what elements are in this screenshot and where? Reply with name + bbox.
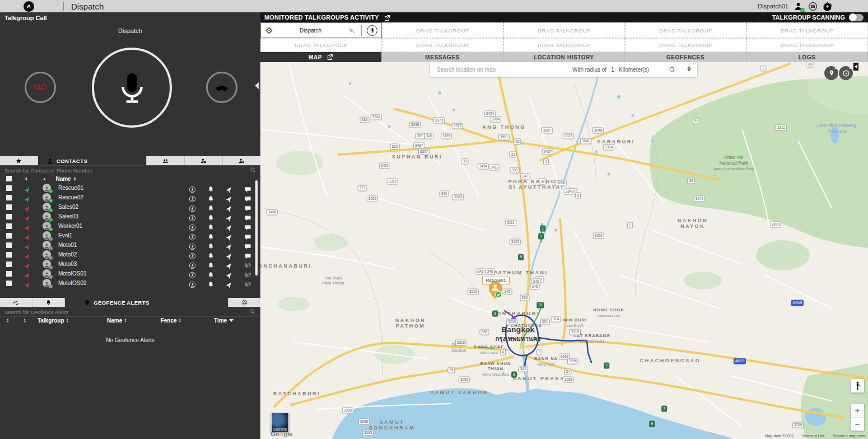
tab-location-history[interactable]: LOCATION HISTORY [503,52,625,62]
contacts-search-input[interactable] [0,167,250,174]
name-column-header[interactable]: Name [55,176,71,182]
ambient-listen-button[interactable] [189,213,196,220]
ambient-listen-button[interactable] [189,260,196,268]
locate-button[interactable] [226,232,233,239]
contact-checkbox[interactable] [6,271,12,277]
contact-checkbox[interactable] [6,223,12,229]
alert-bell-button[interactable] [207,241,214,249]
tab-contacts[interactable]: CONTACTS [38,156,147,165]
talkgroup-drop-slot[interactable]: DRAG TALKGROUP [503,22,625,38]
location-tracking-off-button[interactable]: ✕ [824,66,838,80]
contact-checkbox[interactable] [6,252,12,258]
contact-row[interactable]: Moto02 [0,250,260,259]
tab-logs[interactable]: LOGS [746,52,868,62]
contact-row[interactable]: Evol1 [0,231,260,240]
presence-status-button[interactable]: ✓ [794,2,803,11]
settings-gear-icon[interactable] [823,2,832,11]
tab-alerts[interactable] [32,298,65,307]
geofence-search-input[interactable] [0,309,250,316]
contact-row[interactable]: Moto03 [0,259,260,269]
contact-checkbox[interactable] [6,214,12,220]
sort-status-asc-icon[interactable]: ▲ [43,177,46,180]
radius-value-input[interactable] [606,66,619,73]
geofence-col-talkgroup[interactable]: Talkgroup [38,317,64,324]
zoom-out-button[interactable]: − [851,418,864,431]
contact-checkbox[interactable] [6,185,12,191]
talkgroup-drop-slot[interactable]: DRAG TALKGROUP [260,38,382,52]
contact-checkbox[interactable] [6,281,12,286]
talkgroup-scanning-toggle[interactable] [849,14,864,21]
contact-checkbox[interactable] [6,204,12,210]
contact-row[interactable]: ✓Rescue02 [0,193,260,202]
alert-bell-button[interactable] [207,203,214,211]
locate-button[interactable] [226,251,233,258]
locate-button[interactable] [226,203,233,211]
tab-talkgroups[interactable] [147,156,185,165]
satellite-layer-button[interactable]: Satellite [271,413,289,432]
tab-geofence-alerts[interactable]: GEOFENCE ALERTS [65,298,228,307]
tab-messages[interactable]: MESSAGES [382,52,503,62]
contact-row[interactable]: ✓Worker01 [0,221,260,231]
message-button[interactable] [244,251,251,258]
collapse-map-controls-arrow[interactable] [853,63,858,71]
contact-checkbox[interactable] [6,242,12,248]
talkgroup-drop-slot[interactable]: DRAG TALKGROUP [382,38,503,52]
locate-button[interactable] [226,241,233,249]
message-button[interactable] [244,232,251,239]
rescue01-map-marker[interactable] [489,282,502,298]
sort-col2[interactable]: ▲▼ [23,318,26,323]
contact-row[interactable]: ✓Sales03 [0,212,260,221]
alert-bell-button[interactable] [207,232,214,239]
alert-bell-button[interactable] [207,251,214,258]
ambient-listen-button[interactable] [189,279,196,287]
ambient-listen-button[interactable] [189,194,196,201]
select-all-checkbox[interactable] [6,176,12,181]
contact-row[interactable]: MotoIOS01 [0,269,260,278]
locate-button[interactable] [226,194,233,201]
monitored-talkgroup-dispatch[interactable]: Dispatch [260,22,382,38]
alert-bell-button[interactable] [207,184,214,192]
tab-user-monitoring[interactable] [223,156,260,165]
locate-button[interactable] [226,222,233,230]
message-button[interactable] [244,241,251,249]
geofence-col-fence[interactable]: Fence [161,317,177,324]
alert-bell-button[interactable] [207,260,214,268]
ambient-listen-button[interactable] [189,270,196,277]
zoom-in-button[interactable]: + [851,404,864,418]
tab-map[interactable]: MAP [260,52,382,62]
geofence-col-name[interactable]: Name [107,317,122,324]
tab-emergency-alerts[interactable] [228,298,260,307]
message-button[interactable] [244,194,251,201]
talkgroup-drop-slot[interactable]: DRAG TALKGROUP [746,38,868,52]
alert-bell-button[interactable] [207,279,214,287]
sort-name[interactable]: ▲▼ [73,176,76,181]
message-button[interactable] [244,203,251,211]
tab-geofences[interactable]: GEOFENCES [625,52,746,62]
locate-button[interactable] [226,270,233,277]
sort-presence[interactable]: ▲▼ [25,176,27,181]
geofence-display-off-button[interactable]: ✕ [839,66,853,80]
report-error-link[interactable]: Report a map error [833,434,866,438]
map-location-search-input[interactable] [430,66,572,73]
ambient-listen-button[interactable] [189,222,196,230]
tab-route-history[interactable] [0,298,32,307]
alert-bell-button[interactable] [207,213,214,220]
message-button[interactable] [244,213,251,220]
radius-unit-select[interactable]: Kilometer(s) [619,67,649,73]
talkgroup-drop-slot[interactable]: DRAG TALKGROUP [746,22,868,38]
alert-bell-button[interactable] [207,270,214,277]
talkgroup-drop-slot[interactable]: DRAG TALKGROUP [625,38,746,52]
tab-favorites[interactable] [0,156,38,165]
talkgroup-drop-slot[interactable]: DRAG TALKGROUP [625,22,746,38]
ambient-listen-button[interactable] [189,232,196,239]
alert-bell-button[interactable] [207,194,214,201]
contacts-scrollbar[interactable] [255,180,258,275]
map-pin-drop-button[interactable] [680,64,697,74]
talkgroup-drop-slot[interactable]: DRAG TALKGROUP [503,38,625,52]
alert-bell-button[interactable] [207,222,214,230]
locate-button[interactable] [226,184,233,192]
popout-icon[interactable] [384,12,390,22]
speaker-muted-icon[interactable] [348,25,356,35]
street-view-pegman[interactable] [851,379,864,393]
talkgroup-drop-slot[interactable]: DRAG TALKGROUP [382,22,503,38]
